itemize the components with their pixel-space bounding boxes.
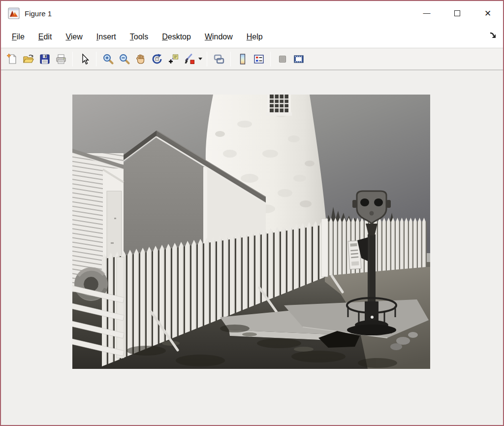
- menu-item-help[interactable]: Help: [240, 33, 270, 41]
- matlab-logo-icon: [8, 7, 20, 19]
- window-title: Figure 1: [25, 9, 52, 18]
- dropdown-caret-icon: [198, 58, 202, 60]
- menu-item-desktop[interactable]: Desktop: [155, 33, 198, 41]
- maximize-button[interactable]: [442, 1, 472, 26]
- zoom-out-icon: [119, 53, 130, 65]
- pointer-arrow-icon: [79, 53, 91, 65]
- close-button[interactable]: ✕: [472, 1, 503, 26]
- figure-window: Figure 1 — ✕ File Edit View Insert Tools…: [0, 0, 504, 426]
- brush-data-button[interactable]: [182, 51, 197, 66]
- colorbar-icon: [237, 53, 249, 65]
- dock-arrow-icon: [489, 32, 497, 39]
- toolbar-separator: [72, 52, 73, 66]
- printer-icon: [55, 53, 67, 65]
- data-cursor-icon: [167, 53, 179, 65]
- data-cursor-button[interactable]: [165, 51, 181, 66]
- edit-plot-button[interactable]: [77, 51, 92, 66]
- figure-canvas: [1, 70, 503, 425]
- tower-window: [266, 95, 292, 116]
- print-figure-button[interactable]: [53, 51, 68, 66]
- minimize-icon: —: [423, 9, 431, 16]
- pan-button[interactable]: [133, 51, 148, 66]
- show-plot-tools-dock-button[interactable]: [291, 51, 306, 66]
- close-icon: ✕: [484, 9, 491, 18]
- menubar: File Edit View Insert Tools Desktop Wind…: [1, 26, 503, 48]
- hide-plot-tools-button[interactable]: [275, 51, 290, 66]
- maximize-icon: [454, 10, 460, 16]
- open-folder-icon: [23, 53, 34, 65]
- toolbar-separator: [96, 52, 96, 66]
- toolbar-separator: [270, 52, 271, 66]
- pan-hand-icon: [135, 53, 147, 65]
- rotate-3d-button[interactable]: [149, 51, 164, 66]
- zoom-in-button[interactable]: [100, 51, 116, 66]
- lighthouse-photo: [72, 95, 430, 369]
- fence-corner-post: [321, 219, 328, 277]
- figure-image: [72, 95, 430, 369]
- insert-colorbar-button[interactable]: [235, 51, 250, 66]
- toolbar-separator: [207, 52, 207, 66]
- menu-item-insert[interactable]: Insert: [90, 33, 123, 41]
- zoom-in-icon: [102, 53, 114, 65]
- dock-figure-button[interactable]: [489, 32, 497, 39]
- new-figure-button[interactable]: [4, 51, 20, 66]
- show-plot-tools-icon: [293, 53, 305, 65]
- window-titlebar[interactable]: Figure 1 — ✕: [1, 1, 503, 26]
- menu-item-view[interactable]: View: [59, 33, 89, 41]
- zoom-out-button[interactable]: [117, 51, 132, 66]
- save-figure-button[interactable]: [37, 51, 52, 66]
- figure-toolbar: [1, 48, 503, 70]
- legend-icon: [253, 53, 265, 65]
- hide-plot-tools-icon: [277, 53, 288, 65]
- new-figure-icon: [6, 53, 18, 65]
- link-chain-icon: [213, 53, 225, 65]
- minimize-button[interactable]: —: [411, 1, 442, 26]
- rotate-3d-icon: [151, 53, 163, 65]
- menu-item-tools[interactable]: Tools: [123, 33, 155, 41]
- window-controls: — ✕: [411, 1, 503, 26]
- link-plot-button[interactable]: [211, 51, 226, 66]
- brush-dropdown-button[interactable]: [197, 51, 203, 66]
- toolbar-separator: [230, 52, 231, 66]
- open-file-button[interactable]: [21, 51, 36, 66]
- menu-item-edit[interactable]: Edit: [32, 33, 59, 41]
- brush-icon: [184, 53, 195, 65]
- menu-item-file[interactable]: File: [5, 33, 32, 41]
- save-floppy-icon: [39, 53, 51, 65]
- menu-item-window[interactable]: Window: [198, 33, 240, 41]
- insert-legend-button[interactable]: [251, 51, 266, 66]
